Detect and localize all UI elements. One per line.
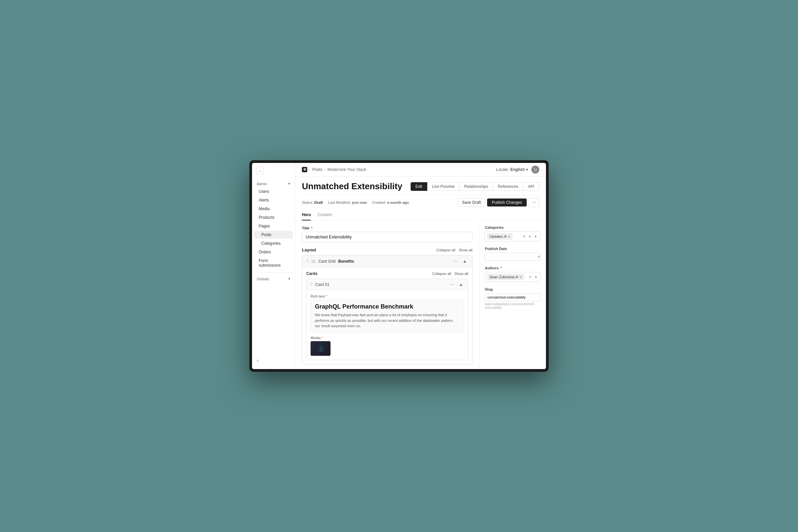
sidebar-item-media[interactable]: Media bbox=[254, 205, 293, 213]
tab-relationships[interactable]: Relationships bbox=[459, 182, 493, 191]
media-preview: 🌑 bbox=[310, 341, 330, 356]
breadcrumb-current: Modernize Your Stack bbox=[327, 167, 366, 172]
sidebar-item-posts[interactable]: Posts bbox=[254, 231, 293, 239]
tab-api[interactable]: API bbox=[524, 182, 539, 191]
layout-actions: Collapse all Show all bbox=[437, 248, 473, 252]
locale-value: English bbox=[510, 167, 525, 172]
sidebar-logout-btn[interactable]: ⎋ bbox=[252, 356, 295, 365]
publish-date-input[interactable] bbox=[485, 253, 536, 260]
title-label: Title * bbox=[302, 226, 473, 230]
sidebar-item-pages[interactable]: Pages bbox=[254, 222, 293, 230]
authors-expand-btn[interactable]: ▾ bbox=[534, 274, 538, 280]
publish-date-clear-btn[interactable]: ✕ bbox=[536, 254, 540, 260]
media-section: Media * 🌑 bbox=[310, 336, 464, 356]
card-actions: ⋯ ▲ bbox=[449, 281, 464, 288]
block-card-grid: ⠿ 01 Card Grid Benefits ⋯ ▲ bbox=[302, 255, 473, 364]
category-tag-label: Updates bbox=[490, 234, 503, 239]
show-all-btn[interactable]: Show all bbox=[458, 248, 473, 252]
block-collapse-button[interactable]: ▲ bbox=[461, 258, 468, 264]
rich-text-editor[interactable]: GraphQL Performance Benchmark We knew th… bbox=[310, 300, 464, 332]
author-tag-sean: Sean Zubrickas ⊞ ✕ bbox=[488, 274, 524, 280]
publish-date-input-row: ✕ 📅 bbox=[485, 253, 540, 261]
block-type-label: Card Grid bbox=[318, 259, 336, 264]
sidebar-item-products[interactable]: Products bbox=[254, 213, 293, 222]
tab-live-preview[interactable]: Live Preview bbox=[427, 182, 459, 191]
sidebar-item-alerts[interactable]: Alerts bbox=[254, 196, 293, 204]
card-body: Rich text * GraphQL Performance Benchmar… bbox=[307, 290, 468, 360]
cards-header: Cards Collapse all Show all bbox=[306, 271, 468, 276]
content-tab-content[interactable]: Content bbox=[318, 210, 331, 221]
authors-clear-btn[interactable]: ✕ bbox=[528, 274, 533, 280]
card-collapse-button[interactable]: ▲ bbox=[457, 281, 464, 288]
tab-edit[interactable]: Edit bbox=[411, 182, 428, 191]
publish-date-section: Publish Date ✕ 📅 bbox=[485, 247, 540, 261]
cards-collapse-all-btn[interactable]: Collapse all bbox=[432, 272, 451, 276]
locale-label: Locale: bbox=[496, 167, 509, 172]
topbar: ⌘ / Posts / Modernize Your Stack Locale:… bbox=[295, 163, 546, 176]
rich-text-heading: GraphQL Performance Benchmark bbox=[315, 303, 459, 310]
categories-add-btn[interactable]: + bbox=[533, 234, 538, 239]
categories-label: Categories bbox=[485, 225, 540, 229]
title-field-group: Title * bbox=[302, 226, 473, 242]
categories-expand-btn[interactable]: ▾ bbox=[528, 234, 532, 239]
topbar-right: Locale: English ▾ U bbox=[496, 166, 539, 174]
card-header-left: ⠿ Card 01 bbox=[310, 282, 329, 287]
cards-actions: Collapse all Show all bbox=[432, 272, 468, 276]
layout-section: Layout Collapse all Show all ⠿ bbox=[302, 247, 473, 364]
author-tag-remove-icon[interactable]: ✕ bbox=[519, 275, 522, 279]
sidebar-item-categories[interactable]: Categories bbox=[254, 240, 293, 247]
logout-icon: ⎋ bbox=[257, 358, 259, 362]
edit-tabs: Edit Live Preview Relationships Referenc… bbox=[411, 182, 539, 191]
body-area: Title * Layout Collapse all Show all bbox=[295, 221, 546, 369]
locale-selector[interactable]: Locale: English ▾ bbox=[496, 167, 528, 172]
publish-button[interactable]: Publish Changes bbox=[487, 198, 527, 207]
status-field: Status: Draft bbox=[302, 201, 323, 205]
brand-logo: ⌘ bbox=[302, 167, 307, 172]
sidebar-collapse-btn[interactable]: ‹ bbox=[256, 167, 264, 175]
more-options-button[interactable]: ⋯ bbox=[529, 198, 539, 207]
tab-references[interactable]: References bbox=[493, 182, 523, 191]
title-input[interactable] bbox=[302, 232, 473, 242]
category-tag-icon: ⊞ bbox=[504, 235, 507, 238]
block-name-label: Benefits bbox=[338, 259, 354, 264]
cards-show-all-btn[interactable]: Show all bbox=[454, 272, 468, 276]
breadcrumb-posts-link[interactable]: Posts bbox=[312, 167, 322, 172]
globals-section[interactable]: Globals ▾ bbox=[252, 275, 295, 282]
block-number: 01 bbox=[311, 259, 316, 263]
collapse-all-btn[interactable]: Collapse all bbox=[437, 248, 456, 252]
title-required-marker: * bbox=[311, 226, 312, 230]
status-info: Status: Draft Last Modified: just now Cr… bbox=[302, 201, 409, 205]
slug-label: Slug bbox=[485, 287, 540, 291]
card-options-button[interactable]: ⋯ bbox=[449, 281, 456, 288]
editor-area: Title * Layout Collapse all Show all bbox=[295, 221, 479, 369]
page-title-row: Unmatched Extensibility Edit Live Previe… bbox=[302, 181, 539, 191]
publish-date-label: Publish Date bbox=[485, 247, 540, 251]
admin-section[interactable]: Admin ▾ bbox=[252, 180, 295, 187]
avatar[interactable]: U bbox=[531, 166, 539, 174]
authors-input[interactable]: Sean Zubrickas ⊞ ✕ ✕ ▾ bbox=[485, 272, 540, 282]
categories-clear-btn[interactable]: ✕ bbox=[522, 234, 527, 239]
authors-tag-actions: ✕ ▾ bbox=[528, 274, 538, 280]
sidebar-item-orders[interactable]: Orders bbox=[254, 248, 293, 256]
status-value: Draft bbox=[314, 201, 323, 205]
sidebar-item-form-submissions[interactable]: Form submissions bbox=[254, 257, 293, 269]
rich-text-body: We knew that Payload was fast and we pla… bbox=[315, 312, 459, 329]
card-drag-handle-icon[interactable]: ⠿ bbox=[310, 282, 312, 287]
save-draft-button[interactable]: Save Draft bbox=[458, 198, 486, 207]
author-tag-label: Sean Zubrickas bbox=[490, 275, 515, 279]
content-tab-hero[interactable]: Hero bbox=[302, 210, 311, 221]
sidebar-item-users[interactable]: Users bbox=[254, 188, 293, 195]
media-thumbnail-icon: 🌑 bbox=[317, 345, 324, 352]
rich-text-required-marker: * bbox=[326, 294, 327, 298]
media-label: Media * bbox=[310, 336, 464, 340]
last-modified-value: just now bbox=[352, 201, 367, 205]
media-required-marker: * bbox=[322, 336, 323, 340]
slug-input[interactable] bbox=[485, 293, 540, 301]
block-options-button[interactable]: ⋯ bbox=[452, 258, 459, 264]
block-drag-handle-icon[interactable]: ⠿ bbox=[306, 259, 309, 263]
category-tag-remove-icon[interactable]: ✕ bbox=[508, 235, 510, 239]
category-tag-updates: Updates ⊞ ✕ bbox=[488, 233, 512, 240]
block-header: ⠿ 01 Card Grid Benefits ⋯ ▲ bbox=[302, 255, 472, 267]
last-modified-field: Last Modified: just now bbox=[328, 201, 367, 205]
categories-input[interactable]: Updates ⊞ ✕ ✕ ▾ + bbox=[485, 231, 540, 241]
